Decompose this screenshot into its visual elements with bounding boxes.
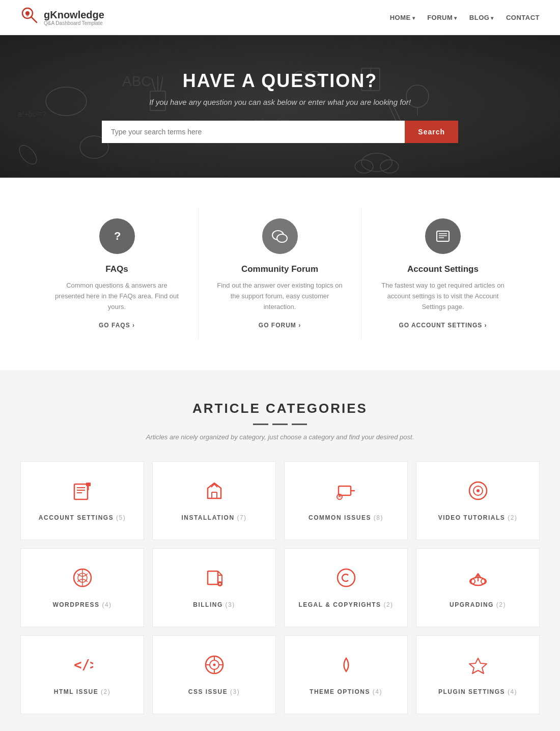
hero-subtitle: If you have any question you can ask bel… — [102, 98, 458, 106]
forum-link[interactable]: GO FORUM › — [259, 322, 301, 329]
account-icon — [425, 218, 461, 254]
hero-content: HAVE A QUESTION? If you have any questio… — [102, 70, 458, 143]
installation-icon — [204, 480, 225, 506]
category-installation[interactable]: INSTALLATION (7) — [152, 461, 276, 540]
account-settings-label: ACCOUNT SETTINGS (5) — [39, 514, 126, 521]
account-link[interactable]: GO ACCOUNT SETTINGS › — [399, 322, 487, 329]
features-section: ? FAQs Common questions & answers are pr… — [0, 178, 560, 370]
theme-options-icon — [335, 654, 357, 680]
common-issues-label: COMMON ISSUES (8) — [309, 514, 383, 521]
common-issues-icon — [335, 480, 357, 506]
upgrading-label: UPGRADING (2) — [450, 601, 506, 608]
category-billing[interactable]: BILLING (3) — [152, 548, 276, 627]
category-common-issues[interactable]: COMMON ISSUES (8) — [284, 461, 408, 540]
svg-rect-51 — [208, 571, 218, 584]
legal-copyrights-label: LEGAL & COPYRIGHTS (2) — [298, 601, 393, 608]
svg-text:g: g — [26, 11, 29, 16]
forum-title: Community Forum — [214, 264, 346, 274]
nav-home[interactable]: HOME — [390, 14, 415, 21]
plugin-settings-icon — [467, 654, 489, 680]
search-button[interactable]: Search — [405, 121, 458, 143]
svg-point-57 — [338, 569, 355, 586]
category-plugin-settings[interactable]: PLUGIN SETTINGS (4) — [416, 635, 540, 714]
account-desc: The fastest way to get required articles… — [377, 280, 509, 312]
forum-icon — [262, 218, 298, 254]
category-css-issue[interactable]: CSS ISSUE (3) — [152, 635, 276, 714]
logo[interactable]: g gKnowledge Q&A Dashboard Template — [20, 6, 104, 29]
logo-icon: g — [20, 6, 39, 29]
svg-text:?: ? — [114, 230, 121, 242]
svg-text:</>: </> — [74, 657, 93, 672]
upgrading-icon — [467, 567, 489, 593]
search-input[interactable] — [102, 121, 405, 143]
category-upgrading[interactable]: UPGRADING (2) — [416, 548, 540, 627]
css-issue-icon — [204, 654, 225, 680]
theme-options-label: THEME OPTIONS (4) — [310, 688, 382, 695]
feature-forum: Community Forum Find out the answer over… — [199, 208, 361, 340]
feature-faqs: ? FAQs Common questions & answers are pr… — [36, 208, 199, 340]
svg-rect-38 — [86, 483, 91, 486]
nav-forum[interactable]: FORUM — [427, 14, 457, 21]
logo-text: gKnowledge Q&A Dashboard Template — [44, 9, 104, 26]
installation-label: INSTALLATION (7) — [181, 514, 246, 521]
categories-header: ARTICLE CATEGORIES Articles are nicely o… — [20, 401, 540, 441]
wordpress-icon — [72, 567, 93, 593]
svg-rect-34 — [74, 484, 88, 499]
category-html-issue[interactable]: </> HTML ISSUE (2) — [20, 635, 144, 714]
search-bar: Search — [102, 121, 458, 143]
feature-account: Account Settings The fastest way to get … — [361, 208, 524, 340]
html-issue-label: HTML ISSUE (2) — [54, 688, 110, 695]
svg-rect-30 — [437, 231, 449, 241]
svg-point-65 — [213, 664, 215, 666]
billing-icon — [204, 567, 225, 593]
svg-point-29 — [277, 234, 287, 242]
category-account-settings[interactable]: ACCOUNT SETTINGS (5) — [20, 461, 144, 540]
video-tutorials-label: VIDEO TUTORIALS (2) — [438, 514, 518, 521]
nav-contact[interactable]: CONTACT — [506, 14, 540, 21]
category-theme-options[interactable]: THEME OPTIONS (4) — [284, 635, 408, 714]
account-title: Account Settings — [377, 264, 509, 274]
account-settings-icon — [72, 480, 93, 506]
nav-blog[interactable]: BLOG — [469, 14, 494, 21]
legal-copyrights-icon — [335, 567, 357, 593]
faqs-desc: Common questions & answers are presented… — [51, 280, 183, 312]
hero-section: ABC a²+bc²=? education success E=Mc² — [0, 35, 560, 178]
navbar: g gKnowledge Q&A Dashboard Template HOME… — [0, 0, 560, 35]
faqs-icon: ? — [99, 218, 135, 254]
categories-title: ARTICLE CATEGORIES — [20, 401, 540, 416]
forum-desc: Find out the answer over existing topics… — [214, 280, 346, 312]
video-tutorials-icon — [467, 480, 489, 506]
nav-links: HOME FORUM BLOG CONTACT — [390, 14, 540, 21]
css-issue-label: CSS ISSUE (3) — [188, 688, 240, 695]
svg-line-2 — [31, 17, 37, 22]
wordpress-label: WORDPRESS (4) — [52, 601, 111, 608]
billing-label: BILLING (3) — [193, 601, 235, 608]
category-video-tutorials[interactable]: VIDEO TUTORIALS (2) — [416, 461, 540, 540]
category-wordpress[interactable]: WORDPRESS (4) — [20, 548, 144, 627]
categories-subtitle: Articles are nicely organized by categor… — [20, 433, 540, 441]
svg-point-47 — [477, 489, 480, 492]
categories-section: ARTICLE CATEGORIES Articles are nicely o… — [0, 370, 560, 731]
html-issue-icon: </> — [72, 654, 93, 680]
plugin-settings-label: PLUGIN SETTINGS (4) — [438, 688, 517, 695]
hero-title: HAVE A QUESTION? — [102, 70, 458, 92]
header-divider — [20, 424, 540, 425]
categories-grid: ACCOUNT SETTINGS (5) INSTALLATION (7) CO… — [20, 461, 540, 714]
category-legal-copyrights[interactable]: LEGAL & COPYRIGHTS (2) — [284, 548, 408, 627]
faqs-link[interactable]: GO FAQS › — [99, 322, 135, 329]
faqs-title: FAQs — [51, 264, 183, 274]
